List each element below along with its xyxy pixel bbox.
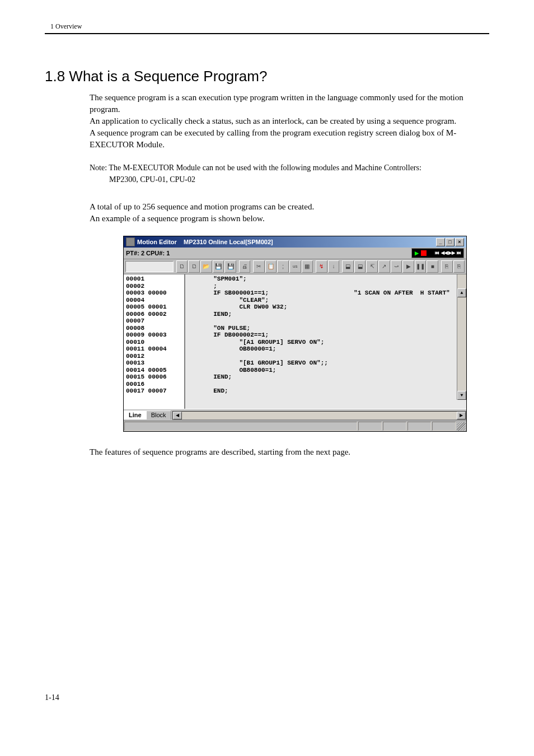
body-p1: The sequence program is a scan execution… bbox=[90, 93, 463, 114]
horizontal-scrollbar[interactable]: ◀ ▶ bbox=[172, 411, 466, 420]
tb-grid-icon[interactable]: ▦ bbox=[302, 260, 313, 273]
tb-stop2-icon[interactable]: ■ bbox=[427, 260, 438, 273]
editor-body: 00001 00002 00003 00000 00004 00005 0000… bbox=[124, 274, 466, 409]
subtitle-text: PT#: 2 CPU#: 1 bbox=[126, 250, 170, 256]
tb-print-icon[interactable]: 🖨 bbox=[239, 260, 251, 273]
forward-button[interactable]: ▶▶ bbox=[448, 250, 455, 256]
body-p2: An application to cyclically check a sta… bbox=[90, 116, 456, 125]
note-label: Note: bbox=[90, 164, 107, 172]
status-pane-2 bbox=[358, 422, 382, 431]
status-pane-3 bbox=[383, 422, 406, 431]
play-button[interactable]: ▶ bbox=[413, 250, 420, 256]
close-button[interactable]: × bbox=[455, 238, 464, 246]
body-p6: The features of sequence programs are de… bbox=[90, 446, 489, 458]
body-p4: A total of up to 256 sequence and motion… bbox=[90, 202, 314, 211]
stop-button[interactable] bbox=[420, 250, 427, 256]
tab-block[interactable]: Block bbox=[146, 410, 171, 419]
title-app-name: Motion Editor bbox=[137, 239, 177, 245]
line-number-gutter: 00001 00002 00003 00000 00004 00005 0000… bbox=[124, 274, 185, 409]
toolbar-dropdown[interactable] bbox=[125, 261, 174, 272]
tb-stepover-icon[interactable]: ⬓ bbox=[354, 260, 366, 273]
body-paragraph-block-2: A total of up to 256 sequence and motion… bbox=[90, 201, 489, 225]
tb-red-down-icon[interactable]: ↯ bbox=[316, 260, 327, 273]
header-divider bbox=[45, 33, 489, 34]
tb-run-icon[interactable]: ▶ bbox=[402, 260, 414, 273]
app-icon bbox=[126, 237, 135, 246]
tb-break-icon[interactable]: ⤻ bbox=[391, 260, 402, 273]
rewind-button[interactable]: ◀◀ bbox=[441, 250, 448, 256]
scroll-down-button[interactable]: ▼ bbox=[457, 391, 466, 400]
playback-bar: ▶ ⏮ ◀◀ ▶▶ ⏭ bbox=[411, 248, 464, 258]
code-editor-area[interactable]: "SPM001"; ; IF SB000001==1; "1 SCAN ON A… bbox=[185, 274, 466, 409]
minimize-button[interactable]: _ bbox=[436, 238, 445, 246]
tb-new2-icon[interactable]: 🗋 bbox=[188, 260, 200, 273]
tb-paste-icon[interactable]: 📋 bbox=[265, 260, 277, 273]
note-block: Note: The M-EXECUTOR Module can not be u… bbox=[90, 162, 489, 185]
page-number: 1-14 bbox=[45, 693, 489, 702]
toolbar: 🗋 🗋 📂 💾 💾 🖨 ✂ 📋 ; us ▦ ↯ ↓ ⬓ ⬓ ↸ bbox=[124, 259, 466, 274]
page-header-chapter: 1 Overview bbox=[45, 22, 489, 31]
maximize-button[interactable]: □ bbox=[446, 238, 455, 246]
tb-stepout-icon[interactable]: ↸ bbox=[366, 260, 378, 273]
status-pane-1 bbox=[124, 422, 357, 431]
tb-open-icon[interactable]: 📂 bbox=[200, 260, 212, 273]
skip-back-button[interactable]: ⏮ bbox=[434, 250, 441, 256]
tab-line[interactable]: Line bbox=[124, 410, 147, 419]
tb-step-icon[interactable]: ⬓ bbox=[342, 260, 354, 273]
status-pane-5 bbox=[432, 422, 456, 431]
window-titlebar[interactable]: Motion Editor MP2310 Online Local[SPM002… bbox=[124, 236, 466, 248]
tb-cut-icon[interactable]: ✂ bbox=[253, 260, 265, 273]
tb-us-icon[interactable]: us bbox=[289, 260, 301, 273]
status-bar bbox=[124, 421, 466, 431]
body-paragraph-block-1: The sequence program is a scan execution… bbox=[90, 92, 489, 151]
tb-semicolon-icon[interactable]: ; bbox=[277, 260, 289, 273]
vertical-scrollbar[interactable]: ▲ ▼ bbox=[457, 274, 466, 400]
section-heading: 1.8 What is a Sequence Program? bbox=[45, 68, 489, 85]
body-p3: A sequence program can be executed by ca… bbox=[90, 128, 456, 149]
window-subtitle-bar: PT#: 2 CPU#: 1 ▶ ⏮ ◀◀ ▶▶ ⏭ bbox=[124, 248, 466, 259]
status-pane-4 bbox=[407, 422, 431, 431]
note-body: The M-EXECUTOR Module can not be used wi… bbox=[109, 164, 421, 172]
code-content: "SPM001"; ; IF SB000001==1; "1 SCAN ON A… bbox=[188, 276, 450, 394]
tb-pause-icon[interactable]: ❚❚ bbox=[415, 260, 427, 273]
screenshot-motion-editor: Motion Editor MP2310 Online Local[SPM002… bbox=[123, 236, 489, 432]
footer-tab-bar: Line Block ◀ ▶ bbox=[124, 409, 466, 421]
tb-save-icon[interactable]: 💾 bbox=[213, 260, 224, 273]
tb-stepinto-icon[interactable]: ↗ bbox=[378, 260, 390, 273]
skip-forward-button[interactable]: ⏭ bbox=[456, 250, 462, 256]
tb-saveall-icon[interactable]: 💾 bbox=[224, 260, 236, 273]
scroll-up-button[interactable]: ▲ bbox=[457, 288, 466, 297]
body-p5: An example of a sequence program is show… bbox=[90, 214, 265, 223]
tb-new-icon[interactable]: 🗋 bbox=[176, 260, 188, 273]
note-body-2: MP2300, CPU-01, CPU-02 bbox=[109, 175, 195, 184]
title-doc-name: MP2310 Online Local[SPM002] bbox=[184, 239, 273, 245]
tb-misc1-icon[interactable]: ⎘ bbox=[441, 260, 453, 273]
tb-down-icon[interactable]: ↓ bbox=[328, 260, 340, 273]
scroll-left-button[interactable]: ◀ bbox=[173, 412, 182, 419]
tb-misc2-icon[interactable]: ⎘ bbox=[453, 260, 465, 273]
resize-grip[interactable] bbox=[457, 422, 466, 431]
scroll-right-button[interactable]: ▶ bbox=[457, 412, 466, 419]
